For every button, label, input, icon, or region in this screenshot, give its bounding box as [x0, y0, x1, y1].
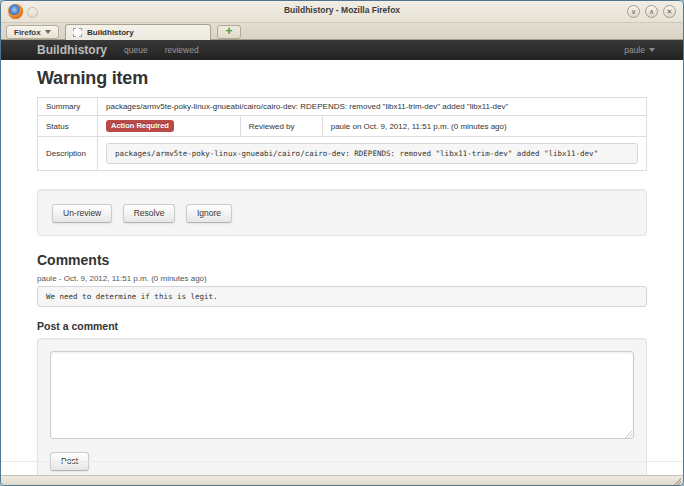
page-content: Warning item Summary packages/armv5te-po…	[1, 60, 683, 475]
close-button[interactable]: ✕	[663, 5, 676, 18]
navbar-brand[interactable]: Buildhistory	[37, 43, 107, 57]
user-dropdown[interactable]: paule	[624, 45, 655, 55]
ignore-button[interactable]: Ignore	[186, 204, 232, 223]
maximize-button[interactable]: ∧	[645, 5, 658, 18]
description-label: Description	[38, 137, 98, 171]
nav-link-reviewed[interactable]: reviewed	[165, 45, 199, 55]
browser-window: Buildhistory - Mozilla Firefox ∨ ∧ ✕ Fir…	[0, 0, 684, 486]
window-title: Buildhistory - Mozilla Firefox	[1, 5, 683, 15]
page-title: Warning item	[37, 68, 647, 89]
status-bar	[1, 475, 683, 485]
summary-label: Summary	[38, 98, 98, 116]
firefox-menu-label: Firefox	[14, 28, 41, 37]
summary-value: packages/armv5te-poky-linux-gnueabi/cair…	[98, 98, 647, 116]
un-review-button[interactable]: Un-review	[52, 204, 112, 223]
window-resize-grip[interactable]	[673, 477, 681, 485]
tab-strip: Firefox Buildhistory +	[1, 23, 683, 40]
tab-label: Buildhistory	[87, 28, 134, 37]
footer-divider	[1, 461, 683, 462]
reviewed-by-value: paule on Oct. 9, 2012, 11:51 p.m. (0 min…	[322, 116, 646, 137]
user-name: paule	[624, 45, 645, 55]
actions-well: Un-review Resolve Ignore	[37, 189, 647, 236]
comment-item: paule - Oct. 9, 2012, 11:51 p.m. (0 minu…	[37, 274, 647, 307]
description-cell: packages/armv5te-poky-linux-gnueabi/cair…	[98, 137, 647, 171]
description-code: packages/armv5te-poky-linux-gnueabi/cair…	[106, 143, 638, 164]
reviewed-by-label: Reviewed by	[240, 116, 322, 137]
resolve-button[interactable]: Resolve	[123, 204, 176, 223]
comment-body: We need to determine if this is legit.	[37, 286, 647, 307]
nav-link-queue[interactable]: queue	[124, 45, 148, 55]
app-navbar: Buildhistory queue reviewed paule	[1, 40, 683, 60]
post-comment-well: Post	[37, 338, 647, 475]
status-label: Status	[38, 116, 98, 137]
post-comment-heading: Post a comment	[37, 320, 647, 332]
tab-buildhistory[interactable]: Buildhistory	[65, 24, 211, 40]
warning-details-table: Summary packages/armv5te-poky-linux-gnue…	[37, 97, 647, 171]
status-badge: Action Required	[106, 120, 174, 132]
window-controls: ∨ ∧ ✕	[627, 5, 676, 18]
comment-input[interactable]	[50, 351, 634, 439]
resize-grip-icon[interactable]	[623, 430, 632, 439]
table-row-description: Description packages/armv5te-poky-linux-…	[38, 137, 647, 171]
table-row-summary: Summary packages/armv5te-poky-linux-gnue…	[38, 98, 647, 116]
chevron-down-icon	[45, 30, 51, 34]
minimize-button[interactable]: ∨	[627, 5, 640, 18]
new-tab-button[interactable]: +	[217, 25, 241, 39]
chevron-down-icon	[649, 48, 655, 52]
firefox-menu-button[interactable]: Firefox	[6, 25, 59, 39]
comment-meta: paule - Oct. 9, 2012, 11:51 p.m. (0 minu…	[37, 274, 647, 283]
status-cell: Action Required	[98, 116, 241, 137]
table-row-status: Status Action Required Reviewed by paule…	[38, 116, 647, 137]
tab-favicon-placeholder-icon	[73, 28, 82, 37]
comments-heading: Comments	[37, 252, 647, 268]
titlebar: Buildhistory - Mozilla Firefox ∨ ∧ ✕	[1, 1, 683, 23]
